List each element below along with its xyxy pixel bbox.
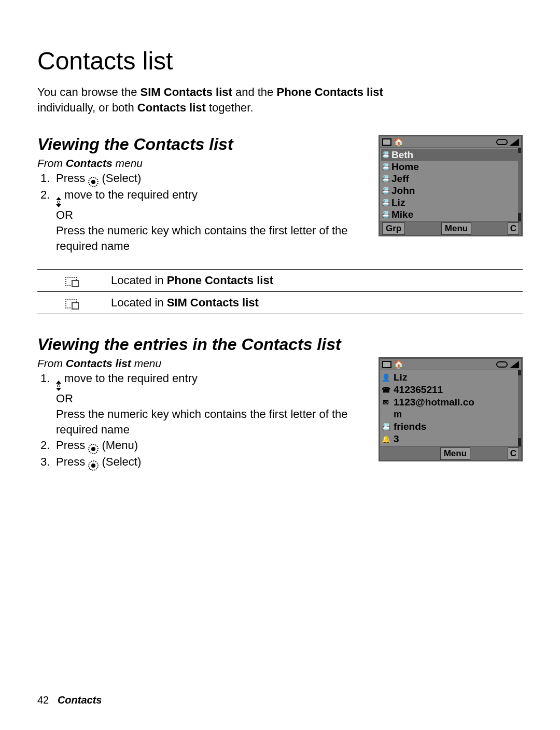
section1-heading: Viewing the Contacts list xyxy=(37,135,368,154)
icon-legend-table: Located in Phone Contacts list Located i… xyxy=(37,269,523,314)
updown-icon xyxy=(56,197,61,207)
phonebook-icon: 📇 xyxy=(381,186,390,195)
person-icon: 👤 xyxy=(381,373,390,382)
contact-row: 📇Liz xyxy=(381,196,518,208)
entry-name: 👤Liz xyxy=(381,371,518,384)
select-icon xyxy=(88,177,99,187)
signal-icon xyxy=(510,138,519,146)
status-icon xyxy=(382,138,391,146)
section2-step3: 3. Press (Select) xyxy=(37,454,368,471)
phonebook-icon: 📇 xyxy=(381,162,390,172)
contact-row: 📇Mike xyxy=(381,208,518,220)
contact-row: 📇Jeff xyxy=(381,173,518,185)
group-icon: 📇 xyxy=(381,423,390,431)
updown-icon xyxy=(56,381,61,391)
scrollbar xyxy=(518,370,521,446)
contact-row: 📇John xyxy=(381,185,518,196)
section2-heading: Viewing the entries in the Contacts list xyxy=(37,335,523,354)
section2-step1: 1. move to the required entry OR Press t… xyxy=(37,371,368,437)
softkey-middle: Menu xyxy=(440,447,470,460)
section1-from: From Contacts menu xyxy=(37,157,368,170)
intro-paragraph: You can browse the SIM Contacts list and… xyxy=(37,85,523,115)
phonebook-icon: 📇 xyxy=(381,198,390,207)
section-viewing-entries: From Contacts list menu 1. move to the r… xyxy=(37,357,523,470)
signal-icon xyxy=(510,361,519,368)
contact-row: 📇Beth xyxy=(381,149,518,161)
phonebook-icon: 📇 xyxy=(381,150,390,160)
phone-screenshot-entry: 🏠 👤Liz ☎412365211 ✉1123@hotmail.co m 📇fr… xyxy=(379,357,523,461)
phonebook-icon: 📇 xyxy=(381,174,390,184)
bell-icon: 🔔 xyxy=(381,435,390,443)
entry-email: ✉1123@hotmail.co xyxy=(381,396,518,409)
battery-icon xyxy=(496,361,508,368)
battery-icon xyxy=(496,139,508,145)
select-icon xyxy=(88,460,99,471)
page-title: Contacts list xyxy=(37,47,523,75)
phone1-statusbar: 🏠 xyxy=(380,136,521,148)
phone-screenshot-contacts: 🏠 📇Beth 📇Home 📇Jeff 📇John 📇Liz 📇Mike Grp… xyxy=(379,135,523,236)
contact-row: 📇Home xyxy=(381,161,518,173)
section-viewing-contacts: Viewing the Contacts list From Contacts … xyxy=(37,135,523,254)
softkey-left: Grp xyxy=(382,222,405,235)
phone2-statusbar: 🏠 xyxy=(380,359,521,370)
section1-step1: 1. Press (Select) xyxy=(37,171,368,187)
section1-step2: 2. move to the required entry OR Press t… xyxy=(37,187,368,254)
page-footer: 42 Contacts xyxy=(37,694,102,706)
phonebook-icon: 📇 xyxy=(381,210,390,219)
email-icon: ✉ xyxy=(381,398,390,406)
scrollbar xyxy=(518,148,521,221)
softkey-right: C xyxy=(508,447,519,460)
phone-contacts-icon xyxy=(37,270,105,292)
select-icon xyxy=(88,444,99,454)
status-icon xyxy=(382,361,391,368)
section2-step2: 2. Press (Menu) xyxy=(37,438,368,454)
softkey-middle: Menu xyxy=(441,222,471,235)
entry-ring: 🔔3 xyxy=(381,433,518,445)
entry-group: 📇friends xyxy=(381,420,518,433)
entry-phone: ☎412365211 xyxy=(381,384,518,396)
home-icon: 🏠 xyxy=(394,359,404,369)
home-icon: 🏠 xyxy=(394,137,404,147)
section2-from: From Contacts list menu xyxy=(37,357,368,370)
sim-contacts-icon xyxy=(37,292,105,314)
entry-email-cont: m xyxy=(381,409,518,420)
phone-icon: ☎ xyxy=(381,386,390,394)
softkey-right: C xyxy=(508,222,519,235)
